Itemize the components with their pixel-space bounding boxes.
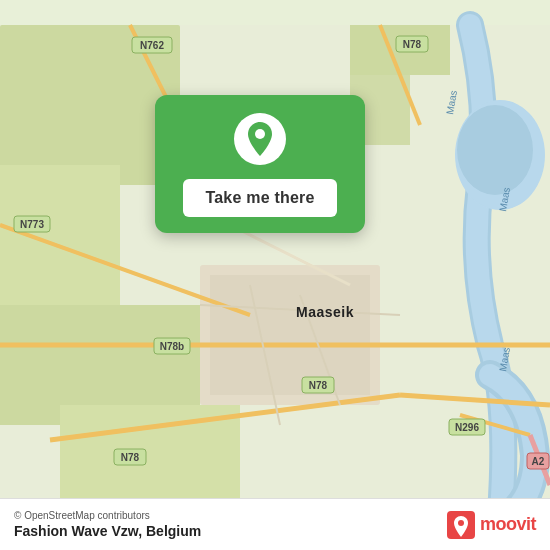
map-background: N762 N78 N773 N78b N78 N78 N296 A2 Maase… (0, 0, 550, 550)
svg-rect-2 (0, 165, 120, 315)
location-name: Fashion Wave Vzw, Belgium (14, 523, 201, 539)
location-pin-icon (245, 122, 275, 156)
svg-text:N773: N773 (20, 219, 44, 230)
svg-text:N78b: N78b (160, 341, 184, 352)
svg-text:N762: N762 (140, 40, 164, 51)
moovit-logo[interactable]: moovit (447, 511, 536, 539)
svg-text:Maaseik: Maaseik (296, 304, 354, 320)
pin-icon-container (234, 113, 286, 165)
navigation-card: Take me there (155, 95, 365, 233)
svg-point-43 (255, 129, 265, 139)
svg-text:A2: A2 (532, 456, 545, 467)
svg-text:N296: N296 (455, 422, 479, 433)
svg-text:N78: N78 (121, 452, 140, 463)
bottom-info-bar: © OpenStreetMap contributors Fashion Wav… (0, 498, 550, 550)
copyright-text: © OpenStreetMap contributors (14, 510, 201, 521)
svg-text:N78: N78 (309, 380, 328, 391)
svg-rect-10 (210, 275, 370, 395)
moovit-brand-text: moovit (480, 514, 536, 535)
location-info: © OpenStreetMap contributors Fashion Wav… (14, 510, 201, 539)
take-me-there-button[interactable]: Take me there (183, 179, 336, 217)
svg-text:N78: N78 (403, 39, 422, 50)
svg-point-45 (458, 520, 464, 526)
map-container: N762 N78 N773 N78b N78 N78 N296 A2 Maase… (0, 0, 550, 550)
moovit-icon (447, 511, 475, 539)
svg-point-8 (457, 105, 533, 195)
